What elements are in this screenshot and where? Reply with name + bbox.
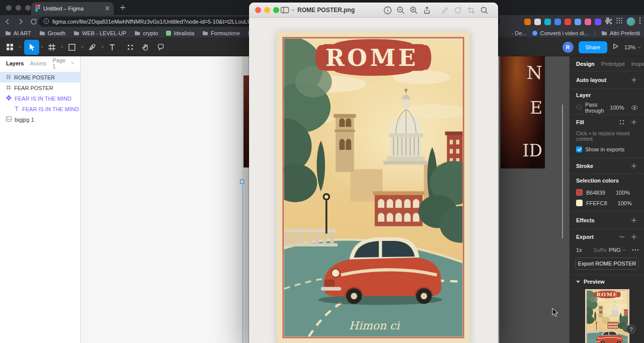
tab-assets[interactable]: Assets: [30, 60, 46, 66]
apps-grid-icon[interactable]: [616, 17, 623, 26]
forward-icon[interactable]: [15, 16, 26, 27]
window-close-button[interactable]: [255, 7, 261, 13]
chevron-down-icon[interactable]: [79, 40, 85, 55]
bookmark-item[interactable]: Growth: [39, 30, 65, 36]
bookmark-item[interactable]: crypto: [134, 30, 158, 36]
frame-tool-button[interactable]: [44, 40, 59, 55]
sidebar-toggle-icon[interactable]: [280, 6, 295, 14]
color-hex-value[interactable]: FFEFC8: [586, 200, 607, 206]
layer-row[interactable]: bigjpg 1: [0, 114, 80, 125]
shape-tool-button[interactable]: [64, 40, 79, 55]
browser-profile-avatar[interactable]: [626, 17, 635, 26]
canvas-frame-white[interactable]: [81, 56, 242, 343]
bookmark-item[interactable]: Formazione: [202, 30, 240, 36]
extension-icon[interactable]: [585, 19, 591, 25]
window-zoom-button[interactable]: [273, 7, 279, 13]
add-export-icon[interactable]: [630, 233, 638, 241]
color-swatch[interactable]: [576, 189, 583, 196]
export-format-select[interactable]: PNG: [609, 247, 626, 253]
window-minimize-button[interactable]: [264, 7, 270, 13]
layer-opacity-value[interactable]: 100%: [610, 105, 624, 111]
new-tab-button[interactable]: [119, 4, 127, 12]
present-icon[interactable]: [612, 43, 619, 52]
preview-collapse-caret[interactable]: [576, 281, 580, 283]
blend-mode-value[interactable]: Pass through: [585, 102, 604, 114]
extension-icon[interactable]: [544, 19, 551, 25]
export-scale-select[interactable]: 1x: [576, 247, 582, 253]
user-avatar[interactable]: R: [562, 42, 574, 53]
extension-icon[interactable]: [524, 19, 531, 25]
bookmark-item[interactable]: AI ART: [5, 30, 31, 36]
show-in-exports-checkbox[interactable]: [576, 146, 582, 152]
export-suffix-field[interactable]: Suffix: [593, 247, 607, 253]
zoom-in-icon[interactable]: [409, 6, 418, 15]
color-opacity-value[interactable]: 100%: [618, 200, 632, 206]
chevron-down-icon[interactable]: [39, 40, 44, 55]
add-stroke-icon[interactable]: [630, 162, 638, 170]
rotate-icon[interactable]: [453, 6, 462, 15]
other-bookmarks-folder[interactable]: Altri Preferiti: [601, 30, 640, 36]
remove-export-icon[interactable]: [618, 233, 626, 241]
add-fill-icon[interactable]: [630, 118, 638, 126]
site-info-icon[interactable]: [43, 18, 49, 25]
bookmark-item[interactable]: WEB - LEVEL-UP: [73, 30, 126, 36]
add-auto-layout-icon[interactable]: [630, 76, 638, 84]
move-tool-button[interactable]: [24, 40, 39, 55]
back-icon[interactable]: [2, 16, 13, 27]
color-hex-value[interactable]: B64839: [586, 190, 605, 196]
info-icon[interactable]: [383, 6, 392, 15]
color-opacity-value[interactable]: 100%: [616, 190, 630, 196]
comment-tool-button[interactable]: [153, 40, 168, 55]
search-icon[interactable]: [479, 6, 489, 15]
help-button[interactable]: ?: [626, 324, 636, 334]
add-effect-icon[interactable]: [630, 216, 638, 224]
zoom-level-control[interactable]: 13%: [624, 44, 641, 50]
extension-icon[interactable]: [554, 19, 561, 25]
window-minimize-button[interactable]: [16, 5, 21, 11]
tab-layers[interactable]: Layers: [6, 60, 24, 66]
fear-poster-frame[interactable]: N E ID: [499, 56, 570, 343]
tab-close-icon[interactable]: [105, 6, 110, 12]
browser-menu-icon[interactable]: [639, 17, 641, 26]
color-swatch[interactable]: [576, 200, 583, 206]
layer-row[interactable]: FEAR IS IN THE MIND: [0, 93, 80, 104]
zoom-out-icon[interactable]: [396, 6, 405, 15]
extensions-puzzle-icon[interactable]: [605, 17, 612, 27]
bookmark-item[interactable]: Idealista: [166, 30, 194, 36]
browser-tab[interactable]: Untitled – Figma: [31, 2, 114, 15]
pen-tool-button[interactable]: [85, 40, 100, 55]
layer-row[interactable]: ROME POSTER: [0, 72, 80, 82]
bookmark-item[interactable]: Converti i video di...: [532, 30, 589, 36]
share-icon[interactable]: [422, 6, 431, 15]
preview-window[interactable]: ROME POSTER.png: [249, 3, 498, 343]
layer-row[interactable]: FEAR POSTER: [0, 82, 80, 93]
hand-tool-button[interactable]: [138, 40, 153, 55]
crop-icon[interactable]: [466, 6, 475, 15]
extension-icon[interactable]: [565, 19, 571, 25]
bookmark-item[interactable]: - De...: [512, 30, 527, 36]
export-button[interactable]: Export ROME POSTER: [575, 258, 639, 270]
markup-pencil-icon[interactable]: [440, 6, 449, 15]
canvas-scrollbar[interactable]: [562, 105, 563, 238]
extension-icon[interactable]: [575, 19, 581, 25]
main-menu-icon[interactable]: [2, 40, 17, 55]
preview-window-titlebar[interactable]: ROME POSTER.png: [249, 3, 498, 18]
chevron-down-icon[interactable]: [17, 40, 22, 55]
window-close-button[interactable]: [6, 5, 12, 11]
selection-handle[interactable]: [240, 180, 244, 184]
tab-design[interactable]: Design: [576, 61, 595, 67]
resources-icon[interactable]: [123, 40, 138, 55]
layer-row[interactable]: FEAR IS IN THE MIND: [0, 104, 80, 114]
chevron-down-icon[interactable]: [59, 40, 64, 55]
text-tool-button[interactable]: [105, 40, 120, 55]
tab-prototype[interactable]: Prototype: [601, 61, 625, 67]
visibility-eye-icon[interactable]: [631, 104, 638, 112]
tab-inspect[interactable]: Inspect: [631, 61, 644, 67]
page-selector[interactable]: Page 1: [53, 57, 74, 69]
export-more-options-icon[interactable]: [632, 246, 639, 254]
styles-icon[interactable]: [618, 118, 626, 126]
reload-icon[interactable]: [28, 16, 39, 27]
fear-poster-image[interactable]: N E ID: [501, 56, 545, 168]
extension-icon[interactable]: [595, 19, 601, 25]
chevron-down-icon[interactable]: [100, 40, 105, 55]
